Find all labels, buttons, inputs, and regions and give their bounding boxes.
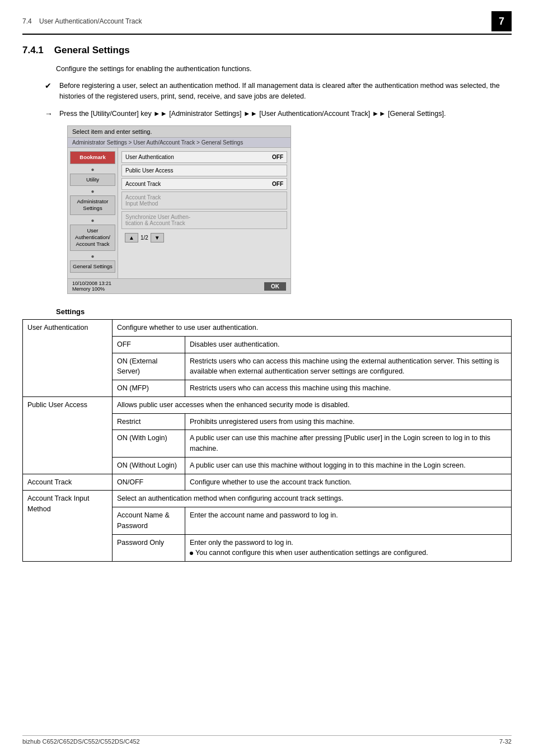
screen-row-sync: Synchronize User Authen-tication & Accou… bbox=[121, 211, 287, 229]
screen-row-user-auth[interactable]: User Authentication OFF bbox=[121, 151, 287, 163]
screen-nav: ▲ 1/2 ▼ bbox=[121, 231, 287, 245]
chapter-badge: 7 bbox=[491, 11, 512, 31]
page-header: 7.4 User Authentication/Account Track 7 bbox=[22, 11, 512, 35]
table-row-user-auth-header: User Authentication Configure whether to… bbox=[23, 320, 512, 337]
screen-label-input-method: Account TrackInput Method bbox=[125, 194, 161, 207]
intro-text: Configure the settings for enabling the … bbox=[56, 65, 512, 73]
bullet-text-2: Press the [Utility/Counter] key ►► [Admi… bbox=[59, 109, 512, 119]
desc-restrict: Prohibits unregistered users from using … bbox=[185, 413, 512, 430]
settings-table: User Authentication Configure whether to… bbox=[22, 319, 512, 562]
screen-title-bar: Select item and enter setting. bbox=[68, 126, 291, 138]
sidebar-bookmark[interactable]: Bookmark bbox=[70, 151, 115, 164]
user-auth-desc: Configure whether to use user authentica… bbox=[113, 320, 512, 337]
row-header-account-track: Account Track bbox=[23, 474, 113, 491]
table-row-account-track: Account Track ON/OFF Configure whether t… bbox=[23, 474, 512, 491]
sidebar-utility[interactable]: Utility bbox=[70, 174, 115, 186]
desc-off: Disables user authentication. bbox=[185, 336, 512, 353]
bullet-item-2: → Press the [Utility/Counter] key ►► [Ad… bbox=[45, 109, 512, 119]
row-header-public-user: Public User Access bbox=[23, 396, 113, 474]
sub-label-off: OFF bbox=[113, 336, 185, 353]
sub-label-mfp: ON (MFP) bbox=[113, 380, 185, 397]
arrow-icon: → bbox=[45, 109, 54, 119]
screen-body: Bookmark ● Utility ● Administrator Setti… bbox=[68, 148, 291, 278]
screen-label-sync: Synchronize User Authen-tication & Accou… bbox=[125, 214, 190, 226]
screen-prev-btn[interactable]: ▲ bbox=[125, 233, 138, 242]
screen-ok-button[interactable]: OK bbox=[264, 282, 286, 291]
sub-label-with-login: ON (With Login) bbox=[113, 430, 185, 458]
sub-label-account-name-pw: Account Name & Password bbox=[113, 507, 185, 535]
screen-next-btn[interactable]: ▼ bbox=[151, 233, 164, 242]
screen-main: User Authentication OFF Public User Acce… bbox=[118, 148, 291, 278]
sidebar-dot-3: ● bbox=[70, 217, 115, 223]
section-number-label: 7.4.1 General Settings bbox=[22, 45, 130, 56]
section-title: User Authentication/Account Track bbox=[39, 17, 142, 25]
screen-breadcrumb: Administrator Settings > User Auth/Accou… bbox=[68, 138, 291, 148]
sub-label-external: ON (External Server) bbox=[113, 353, 185, 380]
row-header-input-method: Account Track Input Method bbox=[23, 491, 113, 562]
table-row-input-method-header: Account Track Input Method Select an aut… bbox=[23, 491, 512, 507]
desc-account-name-pw: Enter the account name and password to l… bbox=[185, 507, 512, 535]
sub-label-password-only: Password Only bbox=[113, 534, 185, 562]
screen-row-account-track[interactable]: Account Track OFF bbox=[121, 178, 287, 190]
screen-row-public-user[interactable]: Public User Access bbox=[121, 165, 287, 176]
settings-section-label: Settings bbox=[56, 307, 512, 316]
section-heading: 7.4.1 General Settings bbox=[22, 45, 512, 60]
screen-sidebar: Bookmark ● Utility ● Administrator Setti… bbox=[68, 148, 118, 278]
desc-password-only: Enter only the password to log in.You ca… bbox=[185, 534, 512, 562]
sidebar-admin-settings[interactable]: Administrator Settings bbox=[70, 195, 115, 215]
checkmark-icon: ✔ bbox=[45, 81, 54, 102]
header-section-label: 7.4 User Authentication/Account Track bbox=[22, 17, 142, 25]
desc-external: Restricts users who can access this mach… bbox=[185, 353, 512, 380]
screen-label-account-track: Account Track bbox=[125, 181, 161, 187]
sidebar-dot-1: ● bbox=[70, 166, 115, 172]
screen-page: 1/2 bbox=[140, 235, 148, 241]
bullet-item-1: ✔ Before registering a user, select an a… bbox=[45, 81, 512, 102]
input-method-desc: Select an authentication method when con… bbox=[113, 491, 512, 507]
page-footer: bizhub C652/C652DS/C552/C552DS/C452 7-32 bbox=[22, 735, 512, 745]
screenshot-container: Select item and enter setting. Administr… bbox=[67, 125, 291, 294]
row-header-user-auth: User Authentication bbox=[23, 320, 113, 397]
screen-label-public-user: Public User Access bbox=[125, 167, 174, 174]
sidebar-dot-4: ● bbox=[70, 253, 115, 259]
sub-label-without-login: ON (Without Login) bbox=[113, 457, 185, 474]
desc-without-login: A public user can use this machine witho… bbox=[185, 457, 512, 474]
sidebar-dot-2: ● bbox=[70, 188, 115, 194]
table-row-public-user-header: Public User Access Allows public user ac… bbox=[23, 396, 512, 413]
desc-with-login: A public user can use this machine after… bbox=[185, 430, 512, 458]
screen-value-user-auth: OFF bbox=[272, 154, 283, 160]
screen-label-user-auth: User Authentication bbox=[125, 154, 174, 160]
sub-label-restrict: Restrict bbox=[113, 413, 185, 430]
screen-row-input-method: Account TrackInput Method bbox=[121, 192, 287, 209]
footer-page-number: 7-32 bbox=[499, 738, 512, 745]
sidebar-user-auth[interactable]: User Authentication/ Account Track bbox=[70, 225, 115, 251]
sub-label-on-off: ON/OFF bbox=[113, 474, 185, 491]
bullet-text-1: Before registering a user, select an aut… bbox=[59, 81, 512, 102]
footer-product-name: bizhub C652/C652DS/C552/C552DS/C452 bbox=[22, 738, 140, 745]
desc-mfp: Restricts users who can access this mach… bbox=[185, 380, 512, 397]
section-number: 7.4 bbox=[22, 17, 32, 25]
screen-value-account-track: OFF bbox=[272, 181, 283, 187]
screen-footer: 10/10/2008 13:21Memory 100% OK bbox=[68, 278, 291, 293]
desc-on-off: Configure whether to use the account tra… bbox=[185, 474, 512, 491]
public-user-desc: Allows public user accesses when the enh… bbox=[113, 396, 512, 413]
sidebar-general-settings[interactable]: General Settings bbox=[70, 260, 115, 273]
screen-datetime: 10/10/2008 13:21Memory 100% bbox=[72, 281, 111, 292]
